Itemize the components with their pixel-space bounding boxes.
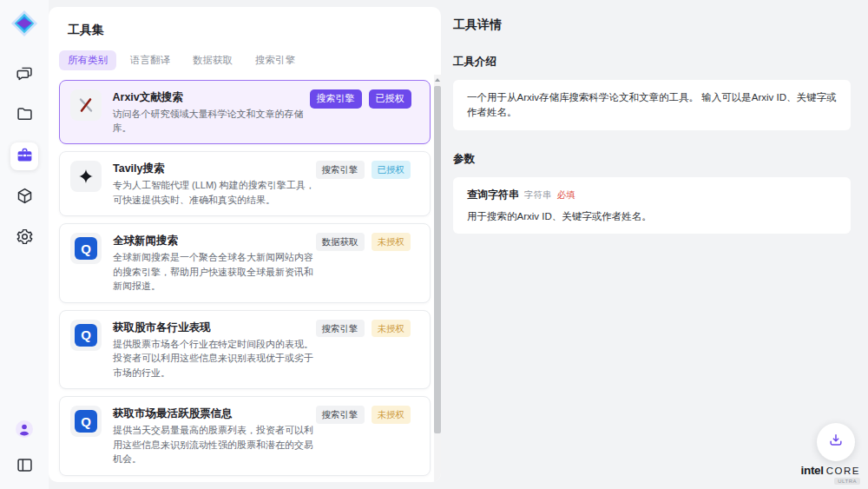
chat-icon [16, 64, 34, 86]
tool-description: 提供当天交易量最高的股票列表，投资者可以利用这些信息来识别流动性强的股票和潜在的… [113, 423, 316, 466]
intro-heading: 工具介绍 [453, 55, 851, 69]
list-scrollbar[interactable] [434, 75, 441, 482]
sidebar-item-toolbox[interactable] [10, 142, 38, 170]
tool-card[interactable]: Arxiv文献搜索 访问各个研究领域大量科学论文和文章的存储库。 搜索引擎 已授… [59, 80, 431, 144]
param-card: 查询字符串 字符串 必填 用于搜索的Arxiv ID、关键字或作者姓名。 [453, 177, 851, 234]
download-icon [827, 432, 845, 453]
tool-description: 访问各个研究领域大量科学论文和文章的存储库。 [113, 107, 310, 135]
avatar-icon [14, 419, 35, 443]
app-logo-icon [10, 9, 39, 38]
tool-card[interactable]: Q 获取市场最活跃股票信息 提供当天交易量最高的股票列表，投资者可以利用这些信息… [59, 396, 431, 476]
param-required-badge: 必填 [557, 189, 575, 202]
toolbox-icon [16, 146, 34, 168]
settings-icon [16, 228, 34, 249]
tool-name: 获取市场最活跃股票信息 [113, 406, 316, 421]
tool-card[interactable]: Q 获取股市各行业表现 提供股票市场各个行业在特定时间段内的表现。投资者可以利用… [59, 310, 431, 390]
sidebar [0, 0, 49, 489]
ultra-badge: ultra [834, 478, 860, 485]
intro-card: 一个用于从Arxiv存储库搜索科学论文和文章的工具。 输入可以是Arxiv ID… [453, 80, 851, 130]
sidebar-item-chat[interactable] [10, 61, 38, 89]
param-type: 字符串 [524, 189, 552, 202]
download-button[interactable] [817, 423, 855, 461]
sidebar-item-package[interactable] [10, 183, 38, 211]
sidebar-item-layout[interactable] [10, 453, 38, 480]
tool-badges: 搜索引擎 已授权 [310, 89, 411, 109]
tool-name: Arxiv文献搜索 [113, 89, 310, 105]
tab-all-categories[interactable]: 所有类别 [59, 50, 116, 70]
tools-list-panel: 工具集 所有类别语言翻译数据获取搜索引擎 Arxiv文献搜索 访问各个研究领域大… [49, 7, 441, 482]
params-heading: 参数 [453, 152, 851, 167]
intro-text: 一个用于从Arxiv存储库搜索科学论文和文章的工具。 输入可以是Arxiv ID… [467, 90, 837, 120]
category-badge: 搜索引擎 [310, 89, 362, 109]
news-q-logo-icon: Q [70, 406, 102, 437]
news-q-logo-icon: Q [70, 233, 102, 264]
tab-search-engine[interactable]: 搜索引擎 [247, 50, 304, 70]
package-icon [16, 187, 34, 208]
tool-badges: 搜索引擎 未授权 [316, 320, 411, 338]
intel-wordmark: intel [801, 464, 824, 477]
tool-description: 提供股票市场各个行业在特定时间段内的表现。投资者可以利用这些信息来识别表现优于或… [113, 337, 316, 380]
folder-icon [16, 105, 34, 127]
arxiv-logo-icon [70, 89, 102, 121]
sidebar-item-folder[interactable] [10, 102, 38, 129]
scroll-up-icon[interactable] [435, 78, 440, 82]
scrollbar-thumb[interactable] [434, 86, 441, 433]
category-badge: 搜索引擎 [316, 320, 365, 338]
tool-badges: 搜索引擎 未授权 [316, 406, 411, 424]
tab-data-fetch[interactable]: 数据获取 [184, 50, 241, 70]
category-badge: 数据获取 [316, 233, 365, 251]
sidebar-item-settings[interactable] [10, 224, 38, 252]
auth-badge: 未授权 [372, 233, 411, 251]
layout-icon [16, 456, 34, 478]
tool-card[interactable]: Q 全球新闻搜索 全球新闻搜索是一个聚合全球各大新闻网站内容的搜索引擎，帮助用户… [59, 223, 431, 303]
tavily-sparkle-icon [70, 161, 102, 192]
page-title: 工具集 [68, 23, 441, 38]
tool-name: 全球新闻搜索 [113, 233, 316, 248]
tool-detail-panel: 工具详情 工具介绍 一个用于从Arxiv存储库搜索科学论文和文章的工具。 输入可… [441, 0, 868, 489]
auth-badge: 已授权 [372, 161, 411, 179]
category-badge: 搜索引擎 [316, 161, 365, 179]
detail-title: 工具详情 [453, 17, 851, 33]
tool-badges: 数据获取 未授权 [316, 233, 411, 251]
auth-badge: 已授权 [369, 89, 411, 109]
tool-description: 全球新闻搜索是一个聚合全球各大新闻网站内容的搜索引擎，帮助用户快速获取全球最新资… [113, 250, 316, 294]
auth-badge: 未授权 [372, 320, 411, 338]
param-name: 查询字符串 [467, 188, 519, 202]
tool-list: Arxiv文献搜索 访问各个研究领域大量科学论文和文章的存储库。 搜索引擎 已授… [49, 80, 441, 482]
auth-badge: 未授权 [372, 406, 411, 424]
core-wordmark: CORE [826, 466, 860, 476]
tab-translation[interactable]: 语言翻译 [122, 50, 179, 70]
category-badge: 搜索引擎 [316, 406, 365, 424]
tool-description: 专为人工智能代理 (LLM) 构建的搜索引擎工具，可快速提供实时、准确和真实的结… [113, 178, 316, 207]
tool-name: Tavily搜索 [113, 161, 316, 176]
tool-badges: 搜索引擎 已授权 [316, 161, 411, 179]
sidebar-nav [10, 61, 38, 252]
news-q-logo-icon: Q [70, 320, 102, 351]
sidebar-bottom [10, 417, 38, 480]
category-tabs: 所有类别语言翻译数据获取搜索引擎 [59, 50, 441, 70]
param-description: 用于搜索的Arxiv ID、关键字或作者姓名。 [467, 210, 837, 223]
tool-name: 获取股市各行业表现 [113, 320, 316, 335]
intel-core-logo: intel CORE ultra [799, 464, 860, 485]
tool-card[interactable]: Tavily搜索 专为人工智能代理 (LLM) 构建的搜索引擎工具，可快速提供实… [59, 151, 431, 216]
sidebar-item-avatar[interactable] [10, 417, 38, 445]
